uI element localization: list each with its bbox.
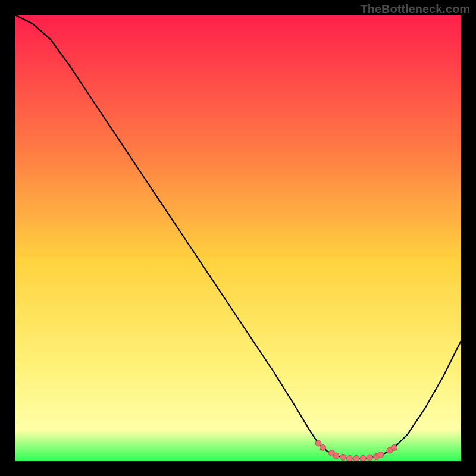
data-marker [378, 452, 384, 458]
data-marker [333, 453, 339, 459]
chart-frame: TheBottleneck.com [0, 0, 476, 476]
watermark-text: TheBottleneck.com [361, 2, 470, 16]
chart-svg [15, 15, 461, 461]
data-marker [340, 454, 346, 460]
data-marker [367, 455, 372, 461]
data-marker [347, 456, 353, 462]
plot-area [15, 15, 461, 461]
gradient-background [15, 15, 461, 461]
data-marker [315, 440, 321, 446]
data-marker [320, 445, 326, 451]
data-marker [392, 445, 397, 451]
data-marker [360, 456, 366, 462]
data-marker [353, 456, 359, 462]
